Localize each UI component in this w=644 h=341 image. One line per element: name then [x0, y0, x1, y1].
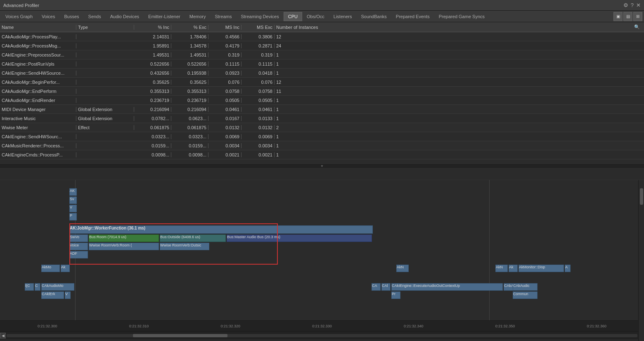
cell-pct-inc: 0.216094 [134, 107, 171, 112]
cell-ms-inc: 0.0034 [208, 143, 242, 148]
col-header-pct-inc[interactable]: % Inc [134, 25, 171, 30]
cell-instances: 12 [275, 80, 332, 85]
table-row[interactable]: CAkIEngine::PreprocessSour... 1.49531 1.… [0, 50, 644, 59]
tab-prepared-game-syncs[interactable]: Prepared Game Syncs [434, 12, 489, 21]
table-row[interactable]: Wwise Meter Effect 0.061875 0.061875 0.0… [0, 123, 644, 132]
cell-ms-exc: 0.3806 [242, 34, 275, 39]
tab-emitter-listener[interactable]: Emitter-Listener [144, 12, 185, 21]
flame-block[interactable]: Wwise RoomVerb:Room ( [89, 243, 159, 250]
flame-block[interactable]: AkN [396, 265, 409, 272]
settings-icon[interactable]: ⚙ [623, 2, 628, 8]
table-row[interactable]: CAkAudioMgr::BeginPerfor... 0.35625 0.35… [0, 78, 644, 87]
col-header-ms-inc[interactable]: MS Inc [208, 25, 242, 30]
cell-pct-exc: 0.0159... [171, 143, 208, 148]
tab-voices-graph[interactable]: Voices Graph [1, 12, 37, 21]
tab-bar: Voices Graph Voices Busses Sends Audio D… [0, 11, 644, 22]
timeline-container: AKSvVPAK:JobMgr::WorkerFunction (36.1 ms… [0, 168, 644, 341]
cell-pct-inc: 0.432656 [134, 71, 171, 76]
cell-ms-inc: 0.0758 [208, 89, 242, 94]
cell-instances: 1 [275, 98, 332, 103]
cell-name: CAkIEngine::SendHWSourc... [0, 134, 76, 139]
tab-streaming-devices[interactable]: Streaming Devices [236, 12, 283, 21]
ruler-mark: 0:21:32.310 [93, 324, 185, 328]
cell-ms-inc: 0.0132 [208, 125, 242, 130]
flame-block[interactable]: Voice [69, 243, 88, 250]
table-row[interactable]: CAkIEngine::SendHWSourc... 0.0323... 0.0… [0, 132, 644, 141]
view-mode-list[interactable]: ▤ [623, 12, 632, 21]
flame-block[interactable]: CA [372, 283, 381, 291]
tab-sends[interactable]: Sends [84, 12, 106, 21]
col-header-pct-exc[interactable]: % Exc [171, 25, 208, 30]
cell-ms-inc: 0.4566 [208, 34, 242, 39]
col-header-instances[interactable]: Number of Instances [275, 25, 332, 30]
tab-memory[interactable]: Memory [185, 12, 211, 21]
tab-voices[interactable]: Voices [37, 12, 59, 21]
cell-pct-inc: 0.35625 [134, 80, 171, 85]
view-mode-grid[interactable]: ▣ [613, 12, 623, 21]
flame-block[interactable]: Bus:Outside (6408.6 us) [160, 234, 226, 242]
flame-block[interactable]: Ak [509, 265, 518, 272]
cell-ms-exc: 0.0461 [242, 107, 275, 112]
panel-divider[interactable]: ▼ [0, 164, 644, 168]
tab-listeners[interactable]: Listeners [329, 12, 357, 21]
table-row[interactable]: CAkAudioMgr::ProcessPlay... 2.14031 1.78… [0, 32, 644, 41]
ruler-mark: 0:21:32.320 [185, 324, 276, 328]
flame-block[interactable]: AkN [495, 265, 508, 272]
cell-ms-inc: 0.0167 [208, 116, 242, 121]
cell-pct-inc: 1.49531 [134, 52, 171, 57]
flame-block[interactable]: AK:JobMgr::WorkerFunction (36.1 ms) [69, 225, 373, 234]
cell-ms-exc: 0.0505 [242, 98, 275, 103]
scroll-left-button[interactable]: ◀ [0, 333, 6, 339]
col-header-name[interactable]: Name [0, 25, 76, 30]
title-bar-controls[interactable]: ⚙ ? ✕ [623, 2, 641, 8]
tab-prepared-events[interactable]: Prepared Events [391, 12, 434, 21]
flame-block[interactable]: C [35, 283, 40, 291]
tab-streams[interactable]: Streams [210, 12, 236, 21]
table-row[interactable]: CAkAudioMgr::ProcessMsg... 1.95891 1.345… [0, 41, 644, 50]
col-header-ms-exc[interactable]: MS Exc [242, 25, 275, 30]
flame-block[interactable]: AkMo [41, 265, 60, 272]
table-row[interactable]: CAkMusicRenderer::Process... 0.0159... 0… [0, 141, 644, 150]
flame-block[interactable]: Sv [69, 197, 77, 204]
tab-audio-devices[interactable]: Audio Devices [106, 12, 144, 21]
flame-block[interactable]: V [65, 291, 71, 299]
tab-obs-occ[interactable]: Obs/Occ [302, 12, 329, 21]
flame-block[interactable]: P [69, 213, 77, 220]
flame-block[interactable]: Commun [513, 291, 537, 299]
flame-block[interactable]: Bus:Room (7014.9 us) [89, 234, 159, 242]
view-mode-split[interactable]: ⊞ [633, 12, 642, 21]
flame-block[interactable]: SwVo [69, 234, 88, 242]
search-icon[interactable]: 🔍 [633, 24, 644, 30]
cell-ms-exc: 0.0069 [242, 134, 275, 139]
flame-block[interactable]: A [565, 265, 571, 272]
timeline-scrollbar-v[interactable] [638, 180, 644, 341]
close-icon[interactable]: ✕ [636, 2, 641, 8]
flame-block[interactable]: Ak [61, 265, 70, 272]
table-row[interactable]: CAkAudioMgr::EndPerform 0.355313 0.35531… [0, 87, 644, 96]
table-row[interactable]: MIDI Device Manager Global Extension 0.2… [0, 105, 644, 114]
table-row[interactable]: Interactive Music Global Extension 0.078… [0, 114, 644, 123]
col-header-type[interactable]: Type [76, 25, 134, 30]
flame-block[interactable]: V [69, 205, 77, 212]
table-row[interactable]: CAkIEngineCmds::ProcessP... 0.0098... 0.… [0, 150, 644, 159]
tab-cpu[interactable]: CPU [284, 12, 302, 21]
flame-block[interactable]: CAklErk [41, 291, 64, 299]
flame-block[interactable]: CAl [381, 283, 391, 291]
flame-block[interactable]: Bus:Master Audio Bus (20.3 ms) [227, 234, 372, 242]
flame-block[interactable]: AK [69, 188, 77, 196]
table-row[interactable]: CAkAudioMgr::EndRender 0.236719 0.236719… [0, 96, 644, 105]
flame-block[interactable]: ADF [69, 251, 88, 258]
flame-block[interactable]: AkMonitor::Disp [519, 265, 564, 272]
flame-block[interactable]: CAkAudioMo [41, 283, 74, 291]
flame-block[interactable]: CAkAudic [513, 283, 537, 291]
flame-block[interactable]: Wwise RoomVerb:Outsic [160, 243, 209, 250]
cell-type: Effect [76, 125, 134, 130]
flame-block[interactable]: CAkIEngine::ExecuteAudioOutContextUp [391, 283, 503, 291]
flame-block[interactable]: Pr [391, 291, 400, 299]
tab-busses[interactable]: Busses [59, 12, 83, 21]
table-row[interactable]: CAkIEngine::PostRunVpls 0.522656 0.52265… [0, 59, 644, 69]
tab-soundbanks[interactable]: SoundBanks [356, 12, 391, 21]
table-row[interactable]: CAkIEngine::SendHWSource... 0.432656 0.1… [0, 69, 644, 78]
flame-block[interactable]: l(C [25, 283, 34, 291]
help-icon[interactable]: ? [631, 2, 634, 8]
